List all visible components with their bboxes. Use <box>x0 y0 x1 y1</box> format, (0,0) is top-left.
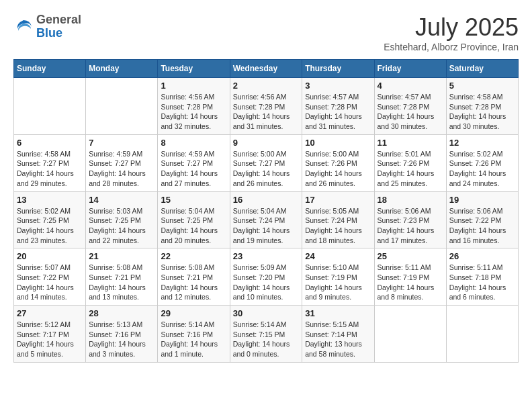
day-number: 15 <box>161 195 226 205</box>
calendar-cell: 14Sunrise: 5:03 AM Sunset: 7:25 PM Dayli… <box>86 191 158 248</box>
day-info: Sunrise: 5:15 AM Sunset: 7:14 PM Dayligh… <box>305 320 371 359</box>
day-info: Sunrise: 4:57 AM Sunset: 7:28 PM Dayligh… <box>378 92 443 132</box>
weekday-header: Thursday <box>302 60 374 78</box>
day-info: Sunrise: 5:10 AM Sunset: 7:19 PM Dayligh… <box>305 263 371 302</box>
logo-blue-text: Blue <box>36 27 81 40</box>
day-info: Sunrise: 5:14 AM Sunset: 7:15 PM Dayligh… <box>233 320 300 359</box>
day-number: 14 <box>89 195 154 205</box>
calendar-table: SundayMondayTuesdayWednesdayThursdayFrid… <box>13 59 519 363</box>
day-info: Sunrise: 4:56 AM Sunset: 7:28 PM Dayligh… <box>233 92 300 132</box>
calendar-cell: 4Sunrise: 4:57 AM Sunset: 7:28 PM Daylig… <box>374 78 446 135</box>
calendar-week-row: 6Sunrise: 4:58 AM Sunset: 7:27 PM Daylig… <box>14 134 519 191</box>
day-number: 25 <box>378 251 443 261</box>
day-info: Sunrise: 5:12 AM Sunset: 7:17 PM Dayligh… <box>17 320 83 359</box>
day-info: Sunrise: 5:06 AM Sunset: 7:22 PM Dayligh… <box>449 206 515 246</box>
day-info: Sunrise: 5:05 AM Sunset: 7:24 PM Dayligh… <box>305 206 371 246</box>
logo-general-text: General <box>36 13 81 27</box>
calendar-cell: 26Sunrise: 5:11 AM Sunset: 7:18 PM Dayli… <box>446 248 518 306</box>
weekday-header: Saturday <box>446 60 518 78</box>
day-number: 17 <box>305 195 371 205</box>
calendar-cell: 20Sunrise: 5:07 AM Sunset: 7:22 PM Dayli… <box>14 248 86 306</box>
weekday-header: Tuesday <box>158 60 230 78</box>
day-number: 31 <box>305 308 371 318</box>
day-info: Sunrise: 5:00 AM Sunset: 7:26 PM Dayligh… <box>305 149 371 189</box>
calendar-cell: 12Sunrise: 5:02 AM Sunset: 7:26 PM Dayli… <box>446 134 518 191</box>
day-number: 3 <box>305 81 371 91</box>
day-info: Sunrise: 5:04 AM Sunset: 7:24 PM Dayligh… <box>233 206 300 246</box>
calendar-cell: 19Sunrise: 5:06 AM Sunset: 7:22 PM Dayli… <box>446 191 518 248</box>
calendar-cell: 9Sunrise: 5:00 AM Sunset: 7:27 PM Daylig… <box>230 134 302 191</box>
day-number: 11 <box>378 138 443 148</box>
calendar-cell <box>86 78 158 135</box>
calendar-cell: 29Sunrise: 5:14 AM Sunset: 7:16 PM Dayli… <box>158 306 230 363</box>
calendar-cell: 22Sunrise: 5:08 AM Sunset: 7:21 PM Dayli… <box>158 248 230 306</box>
day-info: Sunrise: 5:09 AM Sunset: 7:20 PM Dayligh… <box>233 263 300 302</box>
day-number: 28 <box>89 308 154 318</box>
calendar-cell: 24Sunrise: 5:10 AM Sunset: 7:19 PM Dayli… <box>302 248 374 306</box>
day-info: Sunrise: 5:03 AM Sunset: 7:25 PM Dayligh… <box>89 206 154 246</box>
day-info: Sunrise: 5:11 AM Sunset: 7:18 PM Dayligh… <box>449 263 515 302</box>
location: Eshtehard, Alborz Province, Iran <box>384 42 519 52</box>
calendar-cell: 11Sunrise: 5:01 AM Sunset: 7:26 PM Dayli… <box>374 134 446 191</box>
day-number: 23 <box>233 251 300 261</box>
weekday-row: SundayMondayTuesdayWednesdayThursdayFrid… <box>14 60 519 78</box>
day-number: 16 <box>233 195 300 205</box>
page-header: General Blue July 2025 Eshtehard, Alborz… <box>13 13 519 52</box>
month-title: July 2025 <box>384 13 519 42</box>
weekday-header: Friday <box>374 60 446 78</box>
day-number: 4 <box>378 81 443 91</box>
day-info: Sunrise: 5:06 AM Sunset: 7:23 PM Dayligh… <box>378 206 443 246</box>
day-info: Sunrise: 5:01 AM Sunset: 7:26 PM Dayligh… <box>378 149 443 189</box>
day-info: Sunrise: 5:00 AM Sunset: 7:27 PM Dayligh… <box>233 149 300 189</box>
weekday-header: Monday <box>86 60 158 78</box>
day-number: 13 <box>17 195 83 205</box>
calendar-cell: 7Sunrise: 4:59 AM Sunset: 7:27 PM Daylig… <box>86 134 158 191</box>
day-number: 18 <box>378 195 443 205</box>
calendar-cell: 10Sunrise: 5:00 AM Sunset: 7:26 PM Dayli… <box>302 134 374 191</box>
calendar-cell: 27Sunrise: 5:12 AM Sunset: 7:17 PM Dayli… <box>14 306 86 363</box>
day-info: Sunrise: 5:14 AM Sunset: 7:16 PM Dayligh… <box>161 320 226 359</box>
day-info: Sunrise: 4:59 AM Sunset: 7:27 PM Dayligh… <box>161 149 226 189</box>
calendar-week-row: 1Sunrise: 4:56 AM Sunset: 7:28 PM Daylig… <box>14 78 519 135</box>
day-info: Sunrise: 5:08 AM Sunset: 7:21 PM Dayligh… <box>89 263 154 302</box>
day-number: 26 <box>449 251 515 261</box>
day-number: 6 <box>17 138 83 148</box>
day-number: 24 <box>305 251 371 261</box>
day-number: 1 <box>161 81 226 91</box>
day-info: Sunrise: 5:11 AM Sunset: 7:19 PM Dayligh… <box>378 263 443 302</box>
day-info: Sunrise: 4:58 AM Sunset: 7:28 PM Dayligh… <box>449 92 515 132</box>
calendar-cell <box>374 306 446 363</box>
calendar-header: SundayMondayTuesdayWednesdayThursdayFrid… <box>14 60 519 78</box>
calendar-cell: 25Sunrise: 5:11 AM Sunset: 7:19 PM Dayli… <box>374 248 446 306</box>
day-number: 19 <box>449 195 515 205</box>
calendar-cell: 8Sunrise: 4:59 AM Sunset: 7:27 PM Daylig… <box>158 134 230 191</box>
calendar-cell <box>14 78 86 135</box>
weekday-header: Wednesday <box>230 60 302 78</box>
day-info: Sunrise: 5:02 AM Sunset: 7:25 PM Dayligh… <box>17 206 83 246</box>
logo-text: General Blue <box>36 13 81 40</box>
day-number: 27 <box>17 308 83 318</box>
calendar-week-row: 27Sunrise: 5:12 AM Sunset: 7:17 PM Dayli… <box>14 306 519 363</box>
calendar-cell: 23Sunrise: 5:09 AM Sunset: 7:20 PM Dayli… <box>230 248 302 306</box>
day-info: Sunrise: 5:07 AM Sunset: 7:22 PM Dayligh… <box>17 263 83 302</box>
calendar-cell: 31Sunrise: 5:15 AM Sunset: 7:14 PM Dayli… <box>302 306 374 363</box>
calendar-cell: 2Sunrise: 4:56 AM Sunset: 7:28 PM Daylig… <box>230 78 302 135</box>
day-number: 30 <box>233 308 300 318</box>
day-number: 10 <box>305 138 371 148</box>
day-number: 20 <box>17 251 83 261</box>
calendar-cell: 1Sunrise: 4:56 AM Sunset: 7:28 PM Daylig… <box>158 78 230 135</box>
calendar-cell: 5Sunrise: 4:58 AM Sunset: 7:28 PM Daylig… <box>446 78 518 135</box>
calendar-cell: 13Sunrise: 5:02 AM Sunset: 7:25 PM Dayli… <box>14 191 86 248</box>
calendar-cell: 21Sunrise: 5:08 AM Sunset: 7:21 PM Dayli… <box>86 248 158 306</box>
day-info: Sunrise: 4:58 AM Sunset: 7:27 PM Dayligh… <box>17 149 83 189</box>
day-number: 29 <box>161 308 226 318</box>
calendar-cell: 16Sunrise: 5:04 AM Sunset: 7:24 PM Dayli… <box>230 191 302 248</box>
title-section: July 2025 Eshtehard, Alborz Province, Ir… <box>384 13 519 52</box>
calendar-cell: 18Sunrise: 5:06 AM Sunset: 7:23 PM Dayli… <box>374 191 446 248</box>
calendar-cell: 30Sunrise: 5:14 AM Sunset: 7:15 PM Dayli… <box>230 306 302 363</box>
day-number: 8 <box>161 138 226 148</box>
weekday-header: Sunday <box>14 60 86 78</box>
day-info: Sunrise: 5:08 AM Sunset: 7:21 PM Dayligh… <box>161 263 226 302</box>
day-number: 22 <box>161 251 226 261</box>
day-info: Sunrise: 4:57 AM Sunset: 7:28 PM Dayligh… <box>305 92 371 132</box>
